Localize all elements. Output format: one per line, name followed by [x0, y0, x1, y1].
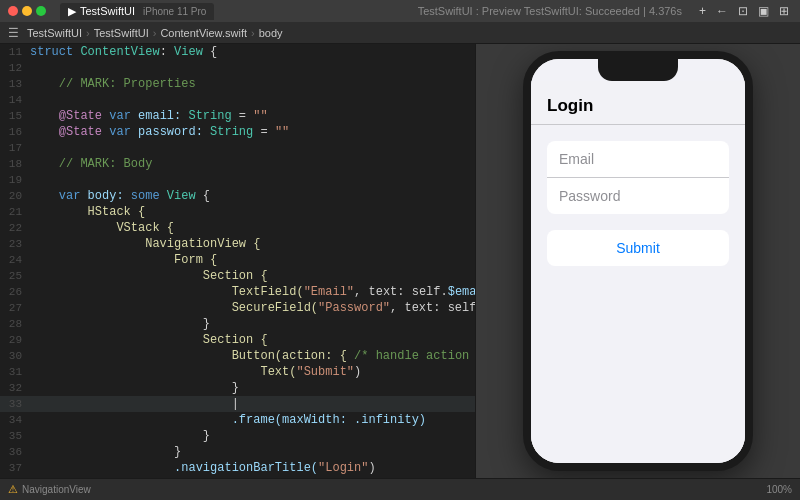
phone-mockup: Login Email Password	[523, 51, 753, 471]
line-number: 15	[0, 108, 30, 124]
line-number: 30	[0, 348, 30, 364]
breadcrumb-body[interactable]: body	[259, 27, 283, 39]
breadcrumb-testswiftui-2[interactable]: TestSwiftUI	[94, 27, 149, 39]
line-number: 23	[0, 236, 30, 252]
line-number: 37	[0, 460, 30, 476]
submit-section: Submit	[547, 230, 729, 266]
nav-bar: Login	[531, 81, 745, 125]
line-number: 12	[0, 60, 30, 76]
line-content: NavigationView {	[30, 236, 475, 252]
line-number: 14	[0, 92, 30, 108]
preview-content: Login Email Password	[476, 44, 800, 478]
line-content: }	[30, 380, 475, 396]
code-line: 36 }	[0, 444, 475, 460]
password-placeholder: Password	[559, 188, 620, 204]
code-line: 19	[0, 172, 475, 188]
line-number: 35	[0, 428, 30, 444]
line-number: 20	[0, 188, 30, 204]
add-button[interactable]: +	[696, 3, 709, 19]
line-content	[30, 92, 475, 108]
code-line: 21 HStack {	[0, 204, 475, 220]
password-field[interactable]: Password	[547, 178, 729, 214]
line-number: 25	[0, 268, 30, 284]
tab-icon: ▶	[68, 5, 76, 18]
line-number: 18	[0, 156, 30, 172]
line-number: 22	[0, 220, 30, 236]
tab-testswiftui[interactable]: ▶ TestSwiftUI iPhone 11 Pro	[60, 3, 214, 20]
line-content: }	[30, 444, 475, 460]
line-content: Form {	[30, 252, 475, 268]
code-line: 28 }	[0, 316, 475, 332]
line-content	[30, 60, 475, 76]
line-content: // MARK: Body	[30, 156, 475, 172]
line-content: }	[30, 428, 475, 444]
title-actions: + ← ⊡ ▣ ⊞	[696, 3, 792, 19]
nav-view-label: NavigationView	[22, 484, 91, 495]
line-content: HStack {	[30, 204, 475, 220]
code-line: 32 }	[0, 380, 475, 396]
nav-title: Login	[547, 96, 593, 116]
code-line: 23 NavigationView {	[0, 236, 475, 252]
line-content: Text("Submit")	[30, 364, 475, 380]
line-number: 11	[0, 44, 30, 60]
minimize-button[interactable]	[22, 6, 32, 16]
form-content: Email Password Submit	[531, 125, 745, 463]
maximize-button[interactable]	[36, 6, 46, 16]
layout-button[interactable]: ⊡	[735, 3, 751, 19]
breadcrumb-sep-1: ›	[86, 27, 90, 39]
line-content: TextField("Email", text: self.$email)	[30, 284, 475, 300]
form-section-fields: Email Password	[531, 141, 745, 214]
code-line: 12	[0, 60, 475, 76]
email-placeholder: Email	[559, 151, 594, 167]
line-content: SecureField("Password", text: self.$pass…	[30, 300, 475, 316]
line-number: 24	[0, 252, 30, 268]
code-editor[interactable]: 11struct ContentView: View {12 13 // MAR…	[0, 44, 475, 478]
breadcrumb-sep-2: ›	[153, 27, 157, 39]
code-line: 30 Button(action: { /* handle action */ …	[0, 348, 475, 364]
split-button[interactable]: ▣	[755, 3, 772, 19]
code-line: 20 var body: some View {	[0, 188, 475, 204]
line-number: 28	[0, 316, 30, 332]
code-line: 37 .navigationBarTitle("Login")	[0, 460, 475, 476]
code-line: 26 TextField("Email", text: self.$email)	[0, 284, 475, 300]
line-content: // MARK: Properties	[30, 76, 475, 92]
line-content: var body: some View {	[30, 188, 475, 204]
line-content: |	[30, 396, 475, 412]
line-number: 31	[0, 364, 30, 380]
code-line: 35 }	[0, 428, 475, 444]
close-button[interactable]	[8, 6, 18, 16]
grid-button[interactable]: ⊞	[776, 3, 792, 19]
line-number: 26	[0, 284, 30, 300]
line-content: .frame(maxWidth: .infinity)	[30, 412, 475, 428]
line-content: @State var password: String = ""	[30, 124, 475, 140]
code-line: 34 .frame(maxWidth: .infinity)	[0, 412, 475, 428]
line-number: 17	[0, 140, 30, 156]
line-number: 33	[0, 396, 30, 412]
code-line: 13 // MARK: Properties	[0, 76, 475, 92]
preview-panel: Login Email Password	[475, 44, 800, 478]
line-content: Section {	[30, 332, 475, 348]
line-number: 16	[0, 124, 30, 140]
submit-button[interactable]: Submit	[547, 230, 729, 266]
title-bar: ▶ TestSwiftUI iPhone 11 Pro TestSwiftUI …	[0, 0, 800, 22]
line-number: 34	[0, 412, 30, 428]
bottom-bar-right: 100%	[766, 484, 792, 495]
line-number: 32	[0, 380, 30, 396]
code-line: 14	[0, 92, 475, 108]
code-line: 29 Section {	[0, 332, 475, 348]
hamburger-button[interactable]: ☰	[8, 26, 19, 40]
main-content: 11struct ContentView: View {12 13 // MAR…	[0, 44, 800, 478]
email-field[interactable]: Email	[547, 141, 729, 178]
back-button[interactable]: ←	[713, 3, 731, 19]
code-line: 25 Section {	[0, 268, 475, 284]
bottom-bar-left: ⚠ NavigationView	[8, 483, 91, 496]
breadcrumb-contentview[interactable]: ContentView.swift	[160, 27, 247, 39]
line-number: 19	[0, 172, 30, 188]
line-content: struct ContentView: View {	[30, 44, 475, 60]
code-line: 27 SecureField("Password", text: self.$p…	[0, 300, 475, 316]
line-content: }	[30, 316, 475, 332]
line-number: 36	[0, 444, 30, 460]
breadcrumb-testswiftui[interactable]: TestSwiftUI	[27, 27, 82, 39]
code-lines: 11struct ContentView: View {12 13 // MAR…	[0, 44, 475, 478]
code-line: 16 @State var password: String = ""	[0, 124, 475, 140]
